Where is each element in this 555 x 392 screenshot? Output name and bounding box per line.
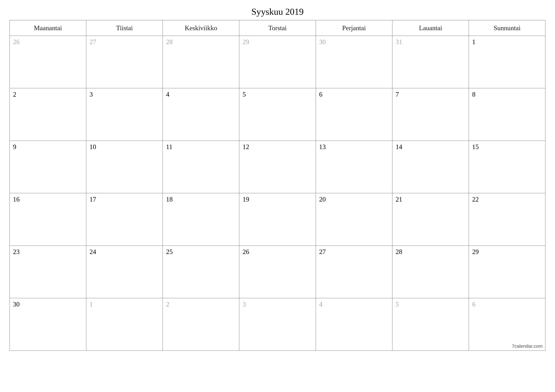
weekday-header: Lauantai: [393, 20, 469, 36]
day-number: 29: [242, 38, 313, 46]
day-number: 7: [396, 91, 466, 98]
day-number: 6: [472, 300, 542, 308]
calendar-title: Syyskuu 2019: [9, 6, 546, 17]
weekday-header: Keskiviikko: [163, 20, 239, 36]
day-cell: 1: [86, 298, 163, 350]
day-cell: 6: [316, 88, 393, 141]
week-row: 9101112131415: [10, 141, 545, 193]
day-cell: 22: [469, 193, 545, 245]
day-number: 26: [242, 248, 313, 256]
day-cell: 3: [86, 88, 163, 141]
day-cell: 5: [239, 88, 316, 141]
day-number: 29: [472, 248, 542, 256]
day-number: 6: [319, 91, 389, 98]
day-cell: 26: [10, 36, 86, 88]
week-row: 301234567calendar.com: [10, 298, 545, 350]
day-number: 30: [319, 38, 389, 46]
day-cell: 25: [163, 246, 239, 298]
day-cell: 29: [469, 246, 545, 298]
day-number: 8: [472, 91, 542, 98]
day-cell: 9: [10, 141, 86, 193]
day-number: 10: [89, 143, 160, 151]
day-number: 18: [166, 196, 236, 203]
day-number: 1: [472, 38, 542, 46]
day-number: 23: [13, 248, 83, 256]
day-cell: 29: [239, 36, 316, 88]
weekday-header: Torstai: [239, 20, 316, 36]
day-number: 11: [166, 143, 236, 151]
day-number: 17: [89, 196, 160, 203]
day-number: 2: [166, 300, 236, 308]
day-number: 28: [396, 248, 466, 256]
day-cell: 8: [469, 88, 545, 141]
day-cell: 27: [86, 36, 163, 88]
day-cell: 10: [86, 141, 163, 193]
day-cell: 23: [10, 246, 86, 298]
calendar-grid: Maanantai Tiistai Keskiviikko Torstai Pe…: [9, 20, 546, 351]
day-number: 5: [242, 91, 313, 98]
day-cell: 31: [393, 36, 469, 88]
weekday-header: Tiistai: [86, 20, 163, 36]
day-number: 27: [89, 38, 160, 46]
day-number: 16: [13, 196, 83, 203]
day-cell: 20: [316, 193, 393, 245]
day-cell: 2: [10, 88, 86, 141]
day-number: 15: [472, 143, 542, 151]
day-cell: 28: [163, 36, 239, 88]
day-number: 5: [396, 300, 466, 308]
day-cell: 26: [239, 246, 316, 298]
week-row: 2345678: [10, 88, 545, 141]
day-number: 12: [242, 143, 313, 151]
weekday-header-row: Maanantai Tiistai Keskiviikko Torstai Pe…: [10, 20, 545, 36]
weekday-header: Sunnuntai: [469, 20, 545, 36]
day-cell: 30: [10, 298, 86, 350]
day-cell: 28: [393, 246, 469, 298]
day-cell: 30: [316, 36, 393, 88]
week-row: 16171819202122: [10, 193, 545, 246]
day-number: 20: [319, 196, 389, 203]
day-cell: 7: [393, 88, 469, 141]
day-number: 1: [89, 300, 160, 308]
weekday-header: Perjantai: [316, 20, 393, 36]
day-cell: 21: [393, 193, 469, 245]
day-cell: 11: [163, 141, 239, 193]
week-row: 2627282930311: [10, 36, 545, 88]
day-number: 30: [13, 300, 83, 308]
day-number: 27: [319, 248, 389, 256]
day-number: 4: [166, 91, 236, 98]
day-number: 13: [319, 143, 389, 151]
day-cell: 2: [163, 298, 239, 350]
day-number: 22: [472, 196, 542, 203]
day-number: 3: [242, 300, 313, 308]
day-number: 3: [89, 91, 160, 98]
day-cell: 19: [239, 193, 316, 245]
day-number: 19: [242, 196, 313, 203]
footer-credit: 7calendar.com: [512, 343, 543, 349]
day-number: 28: [166, 38, 236, 46]
day-cell: 4: [316, 298, 393, 350]
day-cell: 14: [393, 141, 469, 193]
day-number: 26: [13, 38, 83, 46]
day-cell: 17: [86, 193, 163, 245]
day-cell: 5: [393, 298, 469, 350]
day-number: 21: [396, 196, 466, 203]
day-number: 25: [166, 248, 236, 256]
day-cell: 1: [469, 36, 545, 88]
day-cell: 27: [316, 246, 393, 298]
day-cell: 24: [86, 246, 163, 298]
day-cell: 3: [239, 298, 316, 350]
day-number: 14: [396, 143, 466, 151]
day-number: 9: [13, 143, 83, 151]
day-number: 4: [319, 300, 389, 308]
day-cell: 16: [10, 193, 86, 245]
day-cell: 12: [239, 141, 316, 193]
day-cell: 18: [163, 193, 239, 245]
week-row: 23242526272829: [10, 246, 545, 298]
weekday-header: Maanantai: [10, 20, 86, 36]
day-cell: 15: [469, 141, 545, 193]
day-number: 31: [396, 38, 466, 46]
day-cell: 13: [316, 141, 393, 193]
day-cell: 4: [163, 88, 239, 141]
day-number: 24: [89, 248, 160, 256]
day-cell: 67calendar.com: [469, 298, 545, 350]
